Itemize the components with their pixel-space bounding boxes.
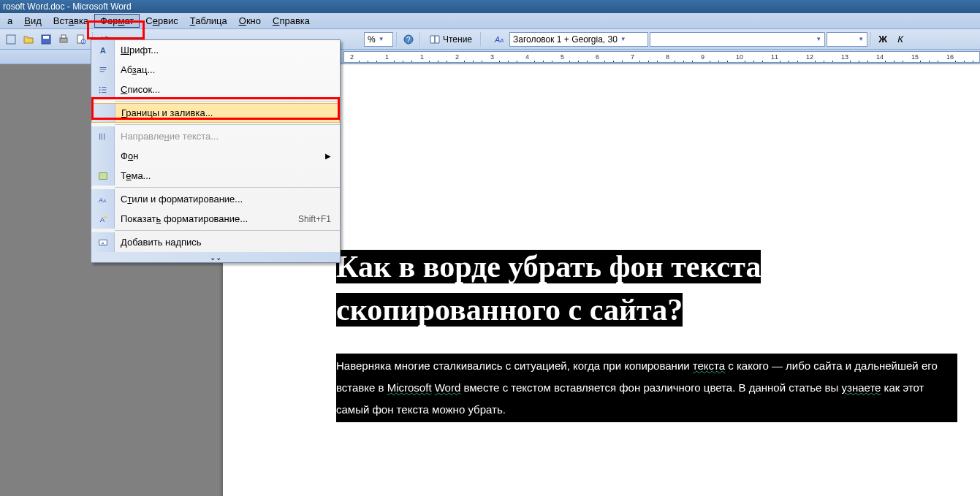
styles-icon: AA [91,189,115,209]
svg-point-26 [99,174,102,177]
blank-icon [92,104,115,122]
window-title: rosoft Word.doc - Microsoft Word [3,1,132,12]
svg-rect-5 [77,35,83,43]
list-icon [91,80,115,99]
save-button[interactable] [38,31,54,47]
format-red-highlight [87,20,145,39]
svg-point-20 [99,91,100,93]
submenu-arrow-icon: ▶ [325,152,340,160]
svg-rect-0 [7,35,15,44]
menu-service[interactable]: Сервис [140,14,184,28]
italic-button[interactable]: К [892,31,908,47]
size-combo[interactable]: ▼ [827,32,867,47]
svg-text:A: A [98,196,103,203]
svg-text:A: A [499,37,504,44]
menu-borders-shading[interactable]: Границы и заливка... [91,103,340,123]
svg-rect-3 [60,38,67,42]
help-button[interactable]: ? [400,31,417,47]
menu-reveal-formatting[interactable]: A Показать форматирование... Shift+F1 [91,209,340,229]
zoom-combo[interactable]: %▼ [364,32,393,47]
font-icon: A [91,40,115,60]
style-aa-button[interactable]: AA [492,31,508,47]
menu-window[interactable]: Окно [233,14,267,28]
paragraph-icon [91,60,115,80]
svg-rect-2 [43,36,49,39]
title-bar: rosoft Word.doc - Microsoft Word [0,0,980,13]
format-dropdown: A Шрифт... Абзац... Список... Границы и … [91,39,341,263]
style-combo[interactable]: Заголовок 1 + Georgia, 30▼ [509,32,648,47]
menu-view[interactable]: Вид [18,14,48,28]
menu-paragraph[interactable]: Абзац... [91,60,340,80]
menu-bar: а Вид Вставка Формат Сервис Таблица Окно… [0,13,980,29]
menu-add-textbox[interactable]: A Добавить надпись [91,232,340,252]
menu-styles-formatting[interactable]: AA Стили и форматирование... [91,189,340,209]
textbox-icon: A [91,232,115,252]
open-button[interactable] [20,31,37,47]
direction-icon [91,126,115,146]
document-heading[interactable]: Как в ворде убрать фон текста скопирован… [336,250,761,327]
svg-text:A: A [99,46,105,55]
menu-help[interactable]: Справка [267,14,316,28]
menu-table[interactable]: Таблица [184,14,233,28]
reveal-icon: A [91,209,115,229]
font-combo[interactable]: ▼ [650,32,825,47]
blank-icon [91,146,115,166]
svg-point-18 [99,89,100,91]
document-content: Как в ворде убрать фон текста скопирован… [336,245,957,422]
menu-theme[interactable]: Тема... [91,166,340,186]
menu-font[interactable]: A Шрифт... [91,40,340,60]
svg-rect-30 [103,215,106,218]
menu-background[interactable]: Фон ▶ [91,146,340,166]
menu-text-direction[interactable]: Направление текста... [91,126,340,146]
menu-file-frag[interactable]: а [1,14,18,28]
svg-text:?: ? [406,36,411,44]
document-body[interactable]: Наверняка многие сталкивались с ситуацие… [336,354,957,422]
menu-list[interactable]: Список... [91,80,340,99]
reading-button[interactable]: Чтение [424,31,477,47]
toolbar-btn-1[interactable] [3,31,19,47]
chevron-down-icon: ⌄⌄ [210,253,221,262]
svg-rect-4 [61,35,66,38]
theme-icon [91,166,115,186]
menu-expand[interactable]: ⌄⌄ [91,252,340,262]
bold-button[interactable]: Ж [875,31,891,47]
svg-point-16 [99,86,100,88]
ruler-scale[interactable]: 211234567891011121314151617 [343,51,980,63]
print-button[interactable] [56,31,72,47]
svg-text:A: A [102,197,106,202]
